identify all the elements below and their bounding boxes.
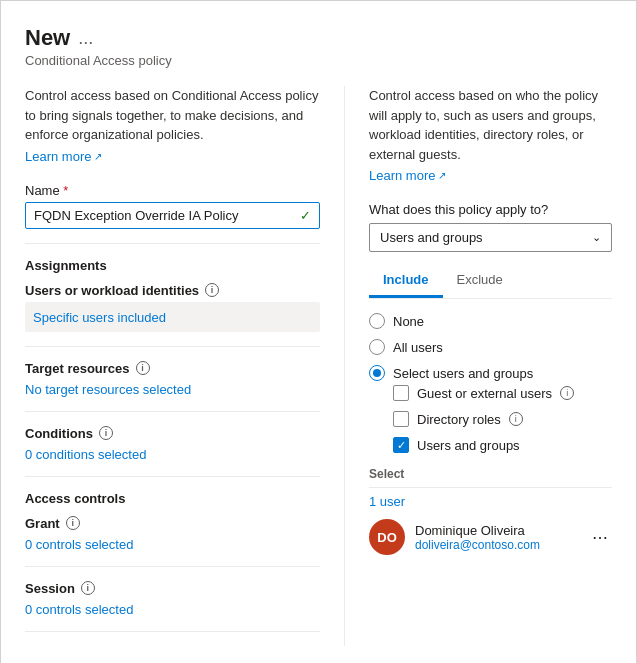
radio-all-users[interactable]: All users xyxy=(369,339,612,355)
checkbox-box-directory xyxy=(393,411,409,427)
checkbox-directory-label: Directory roles xyxy=(417,412,501,427)
user-name: Dominique Oliveira xyxy=(415,523,578,538)
radio-select-users[interactable]: Select users and groups xyxy=(369,365,612,381)
checkmark-icon: ✓ xyxy=(397,440,406,451)
user-count[interactable]: 1 user xyxy=(369,494,612,509)
target-value[interactable]: No target resources selected xyxy=(25,382,320,397)
policy-applies-label: What does this policy apply to? xyxy=(369,202,612,217)
access-controls-header: Access controls xyxy=(25,491,320,506)
radio-circle-all-users xyxy=(369,339,385,355)
checkbox-box-guest xyxy=(393,385,409,401)
required-indicator: * xyxy=(63,183,68,198)
conditions-section-title: Conditions i xyxy=(25,426,320,441)
conditions-value[interactable]: 0 conditions selected xyxy=(25,447,320,462)
grant-info-icon[interactable]: i xyxy=(66,516,80,530)
user-menu-button[interactable]: ⋯ xyxy=(588,524,612,551)
session-info-icon[interactable]: i xyxy=(81,581,95,595)
grant-section-title: Grant i xyxy=(25,516,320,531)
tab-include[interactable]: Include xyxy=(369,266,443,298)
right-external-link-icon: ↗ xyxy=(438,170,446,181)
radio-circle-select-users xyxy=(369,365,385,381)
radio-none[interactable]: None xyxy=(369,313,612,329)
checkbox-guest-label: Guest or external users xyxy=(417,386,552,401)
assignments-header: Assignments xyxy=(25,258,320,273)
page-title: New xyxy=(25,25,70,51)
tab-exclude[interactable]: Exclude xyxy=(443,266,517,298)
grant-section: Grant i 0 controls selected xyxy=(25,516,320,552)
radio-group: None All users Select users and groups xyxy=(369,313,612,381)
check-icon: ✓ xyxy=(300,208,311,223)
checkbox-guest-users[interactable]: Guest or external users i xyxy=(393,385,612,401)
policy-dropdown[interactable]: Users and groups ⌄ xyxy=(369,223,612,252)
title-ellipsis[interactable]: ... xyxy=(78,28,93,49)
grant-value[interactable]: 0 controls selected xyxy=(25,537,320,552)
chevron-down-icon: ⌄ xyxy=(592,231,601,244)
select-section: Select 1 user DO Dominique Oliveira doli… xyxy=(369,467,612,555)
conditional-access-card: New ... Conditional Access policy Contro… xyxy=(0,0,637,663)
directory-info-icon[interactable]: i xyxy=(509,412,523,426)
conditions-info-icon[interactable]: i xyxy=(99,426,113,440)
session-section-title: Session i xyxy=(25,581,320,596)
right-description: Control access based on who the policy w… xyxy=(369,86,612,164)
radio-select-users-label: Select users and groups xyxy=(393,366,533,381)
left-panel: Control access based on Conditional Acce… xyxy=(25,86,320,646)
users-info-icon[interactable]: i xyxy=(205,283,219,297)
name-section: Name * FQDN Exception Override IA Policy… xyxy=(25,183,320,229)
users-assignment-section: Users or workload identities i Specific … xyxy=(25,283,320,332)
users-value-row[interactable]: Specific users included xyxy=(25,302,320,332)
conditions-section: Conditions i 0 conditions selected xyxy=(25,426,320,462)
user-email[interactable]: doliveira@contoso.com xyxy=(415,538,578,552)
avatar: DO xyxy=(369,519,405,555)
checkbox-users-groups[interactable]: ✓ Users and groups xyxy=(393,437,612,453)
radio-all-users-label: All users xyxy=(393,340,443,355)
left-learn-more-link[interactable]: Learn more ↗ xyxy=(25,149,102,164)
radio-inner-dot xyxy=(373,369,381,377)
users-section-title: Users or workload identities i xyxy=(25,283,320,298)
target-info-icon[interactable]: i xyxy=(136,361,150,375)
page-subtitle: Conditional Access policy xyxy=(25,53,612,68)
guest-info-icon[interactable]: i xyxy=(560,386,574,400)
radio-circle-none xyxy=(369,313,385,329)
right-panel: Control access based on who the policy w… xyxy=(344,86,612,646)
session-value[interactable]: 0 controls selected xyxy=(25,602,320,617)
name-label: Name * xyxy=(25,183,320,198)
session-section: Session i 0 controls selected xyxy=(25,581,320,617)
checkbox-directory-roles[interactable]: Directory roles i xyxy=(393,411,612,427)
right-learn-more-link[interactable]: Learn more ↗ xyxy=(369,168,446,183)
dropdown-value: Users and groups xyxy=(380,230,483,245)
user-row: DO Dominique Oliveira doliveira@contoso.… xyxy=(369,519,612,555)
checkbox-users-groups-label: Users and groups xyxy=(417,438,520,453)
left-description: Control access based on Conditional Acce… xyxy=(25,86,320,145)
external-link-icon: ↗ xyxy=(94,151,102,162)
radio-none-label: None xyxy=(393,314,424,329)
name-input[interactable]: FQDN Exception Override IA Policy ✓ xyxy=(25,202,320,229)
user-info: Dominique Oliveira doliveira@contoso.com xyxy=(415,523,578,552)
users-value: Specific users included xyxy=(33,310,166,325)
target-section-title: Target resources i xyxy=(25,361,320,376)
select-label: Select xyxy=(369,467,612,481)
checkbox-group: Guest or external users i Directory role… xyxy=(393,385,612,453)
checkbox-box-users-groups: ✓ xyxy=(393,437,409,453)
target-resources-section: Target resources i No target resources s… xyxy=(25,361,320,397)
include-exclude-tabs: Include Exclude xyxy=(369,266,612,299)
